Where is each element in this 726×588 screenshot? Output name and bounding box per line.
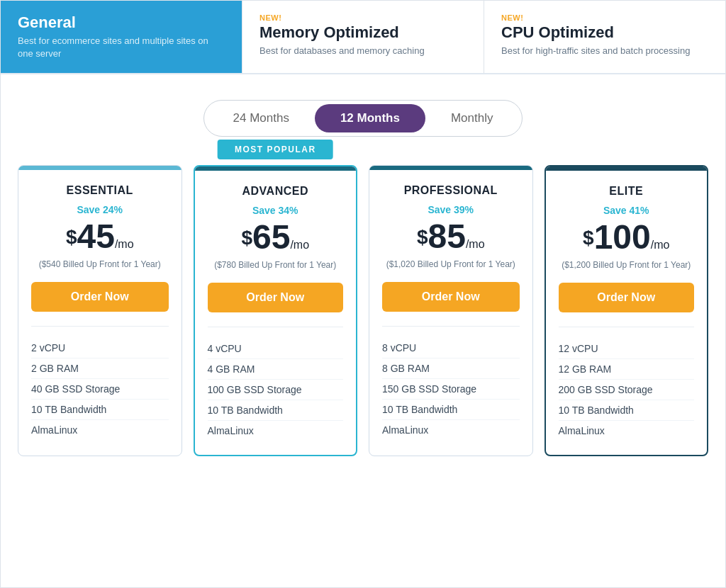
plan-advanced-save: Save 34% — [208, 205, 344, 216]
tab-memory-title: Memory Optimized — [259, 23, 467, 42]
plan-elite-name: ELITE — [559, 185, 695, 198]
plan-advanced-amount: 65 — [252, 218, 290, 256]
plan-professional-mo: /mo — [466, 238, 485, 250]
billing-monthly[interactable]: Monthly — [425, 104, 519, 132]
plan-essential-price: $45/mo — [31, 218, 169, 256]
plan-essential: ESSENTIAL Save 24% $45/mo ($540 Billed U… — [18, 165, 182, 456]
tab-cpu-new-badge: NEW! — [501, 13, 708, 22]
tab-general[interactable]: General Best for ecommerce sites and mul… — [1, 1, 242, 73]
page-wrapper: General Best for ecommerce sites and mul… — [0, 0, 726, 588]
plan-essential-amount: 45 — [77, 217, 115, 255]
plan-essential-dollar: $ — [66, 226, 77, 248]
plan-advanced: ADVANCED Save 34% $65/mo ($780 Billed Up… — [194, 165, 358, 456]
plan-essential-name: ESSENTIAL — [31, 184, 169, 197]
plan-advanced-price: $65/mo — [208, 219, 344, 256]
tab-cpu-desc: Best for high-traffic sites and batch pr… — [501, 45, 708, 57]
plan-essential-billed: ($540 Billed Up Front for 1 Year) — [31, 259, 169, 271]
plan-advanced-wrapper: MOST POPULAR ADVANCED Save 34% $65/mo ($… — [194, 165, 358, 456]
most-popular-badge: MOST POPULAR — [218, 140, 333, 159]
tab-cpu[interactable]: NEW! CPU Optimized Best for high-traffic… — [484, 1, 725, 73]
list-item: 10 TB Bandwidth — [31, 400, 169, 420]
list-item: 4 GB RAM — [208, 359, 344, 380]
billing-toggle: 24 Months 12 Months Monthly — [203, 100, 523, 137]
plan-essential-body: ESSENTIAL Save 24% $45/mo ($540 Billed U… — [18, 170, 182, 454]
plan-professional-amount: 85 — [428, 217, 466, 255]
plan-elite-features: 12 vCPU 12 GB RAM 200 GB SSD Storage 10 … — [559, 327, 695, 441]
plan-professional-features: 8 vCPU 8 GB RAM 150 GB SSD Storage 10 TB… — [382, 326, 520, 440]
plan-professional-dollar: $ — [417, 226, 428, 248]
tab-cpu-title: CPU Optimized — [501, 23, 708, 42]
plan-professional-body: PROFESSIONAL Save 39% $85/mo ($1,020 Bil… — [369, 170, 532, 454]
tab-memory-desc: Best for databases and memory caching — [259, 45, 467, 57]
plan-advanced-name: ADVANCED — [208, 185, 344, 198]
tab-memory[interactable]: NEW! Memory Optimized Best for databases… — [242, 1, 484, 73]
tab-general-desc: Best for ecommerce sites and multiple si… — [18, 35, 225, 60]
plan-elite-price: $100/mo — [559, 219, 695, 256]
plan-professional-save: Save 39% — [382, 204, 520, 215]
plan-professional: PROFESSIONAL Save 39% $85/mo ($1,020 Bil… — [369, 165, 533, 456]
plan-professional-billed: ($1,020 Billed Up Front for 1 Year) — [382, 259, 520, 271]
header-tabs: General Best for ecommerce sites and mul… — [1, 1, 725, 74]
billing-24-months[interactable]: 24 Months — [208, 104, 315, 132]
list-item: AlmaLinux — [382, 420, 520, 440]
list-item: 10 TB Bandwidth — [559, 400, 695, 421]
tab-memory-new-badge: NEW! — [259, 13, 467, 22]
list-item: 200 GB SSD Storage — [559, 380, 695, 400]
billing-section: 24 Months 12 Months Monthly — [1, 74, 725, 151]
list-item: AlmaLinux — [208, 421, 344, 441]
plan-professional-price: $85/mo — [382, 218, 520, 256]
plan-professional-name: PROFESSIONAL — [382, 184, 520, 197]
plan-advanced-billed: ($780 Billed Up Front for 1 Year) — [208, 259, 344, 271]
plan-elite-body: ELITE Save 41% $100/mo ($1,200 Billed Up… — [546, 171, 708, 455]
plans-grid: ESSENTIAL Save 24% $45/mo ($540 Billed U… — [18, 165, 708, 456]
plan-advanced-features: 4 vCPU 4 GB RAM 100 GB SSD Storage 10 TB… — [208, 327, 344, 441]
list-item: 2 vCPU — [31, 338, 169, 358]
plan-essential-features: 2 vCPU 2 GB RAM 40 GB SSD Storage 10 TB … — [31, 326, 169, 440]
plan-elite: ELITE Save 41% $100/mo ($1,200 Billed Up… — [544, 165, 709, 456]
plan-advanced-dollar: $ — [241, 227, 252, 249]
list-item: 4 vCPU — [208, 339, 344, 359]
list-item: AlmaLinux — [31, 420, 169, 440]
plan-elite-mo: /mo — [651, 239, 670, 251]
plan-elite-dollar: $ — [583, 227, 594, 249]
list-item: 12 vCPU — [559, 339, 695, 359]
plan-essential-order-btn[interactable]: Order Now — [31, 282, 169, 312]
tab-general-title: General — [18, 13, 225, 32]
plan-elite-billed: ($1,200 Billed Up Front for 1 Year) — [559, 259, 695, 271]
plan-advanced-mo: /mo — [290, 239, 309, 251]
list-item: 8 vCPU — [382, 338, 520, 358]
plans-section: ESSENTIAL Save 24% $45/mo ($540 Billed U… — [1, 151, 725, 485]
billing-12-months[interactable]: 12 Months — [315, 104, 425, 132]
plan-essential-mo: /mo — [115, 238, 134, 250]
plan-elite-amount: 100 — [594, 218, 651, 256]
plan-elite-order-btn[interactable]: Order Now — [559, 283, 695, 312]
list-item: 2 GB RAM — [31, 358, 169, 379]
list-item: AlmaLinux — [559, 421, 695, 441]
list-item: 100 GB SSD Storage — [208, 380, 344, 400]
list-item: 10 TB Bandwidth — [208, 400, 344, 421]
plan-essential-save: Save 24% — [31, 204, 169, 215]
list-item: 8 GB RAM — [382, 358, 520, 379]
plan-advanced-body: ADVANCED Save 34% $65/mo ($780 Billed Up… — [195, 171, 357, 455]
plan-elite-save: Save 41% — [559, 205, 695, 216]
plan-professional-order-btn[interactable]: Order Now — [382, 282, 520, 312]
list-item: 12 GB RAM — [559, 359, 695, 380]
list-item: 10 TB Bandwidth — [382, 400, 520, 420]
plan-advanced-order-btn[interactable]: Order Now — [208, 283, 344, 312]
list-item: 150 GB SSD Storage — [382, 379, 520, 400]
list-item: 40 GB SSD Storage — [31, 379, 169, 400]
